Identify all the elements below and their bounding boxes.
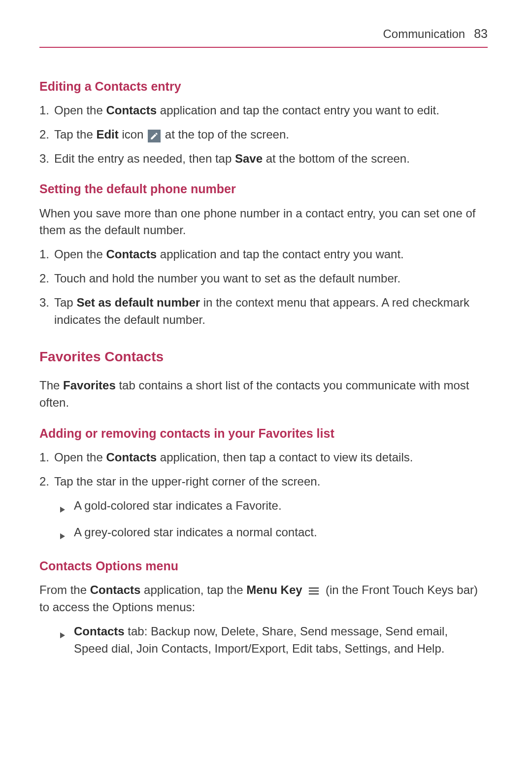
list-number: 3. — [39, 294, 54, 329]
sub-bullet-text: A gold-colored star indicates a Favorite… — [74, 497, 488, 518]
sub-bullet-list: Contacts tab: Backup now, Delete, Share,… — [39, 623, 488, 658]
list-text: Open the Contacts application, then tap … — [54, 449, 488, 466]
page-number: 83 — [474, 25, 488, 42]
sub-bullet-item: Contacts tab: Backup now, Delete, Share,… — [60, 623, 488, 658]
menu-key-icon — [307, 586, 320, 596]
sub-bullet-item: A gold-colored star indicates a Favorite… — [60, 497, 488, 518]
list-number: 2. — [39, 473, 54, 490]
list-number: 1. — [39, 102, 54, 119]
list-text: Edit the entry as needed, then tap Save … — [54, 150, 488, 168]
list-item: 2. Tap the star in the upper-right corne… — [39, 473, 488, 490]
header-title: Communication — [383, 26, 465, 43]
sub-bullet-list: A gold-colored star indicates a Favorite… — [39, 497, 488, 545]
intro-paragraph: When you save more than one phone number… — [39, 205, 488, 240]
intro-paragraph: From the Contacts application, tap the M… — [39, 582, 488, 616]
numbered-list: 1. Open the Contacts application and tap… — [39, 102, 488, 167]
triangle-bullet-icon — [60, 524, 74, 544]
list-text: Tap the star in the upper-right corner o… — [54, 473, 488, 490]
list-text: Open the Contacts application and tap th… — [54, 102, 488, 119]
triangle-bullet-icon — [60, 497, 74, 518]
intro-paragraph: The Favorites tab contains a short list … — [39, 377, 488, 412]
section-default-number: Setting the default phone number When yo… — [39, 180, 488, 328]
list-text: Open the Contacts application and tap th… — [54, 246, 488, 263]
sub-bullet-item: A grey-colored star indicates a normal c… — [60, 524, 488, 544]
sub-bullet-text: A grey-colored star indicates a normal c… — [74, 524, 488, 544]
triangle-bullet-icon — [60, 623, 74, 658]
svg-rect-0 — [309, 588, 319, 589]
list-item: 1. Open the Contacts application and tap… — [39, 102, 488, 119]
list-item: 3. Edit the entry as needed, then tap Sa… — [39, 150, 488, 168]
sub-bullet-text: Contacts tab: Backup now, Delete, Share,… — [74, 623, 488, 658]
list-number: 2. — [39, 270, 54, 287]
list-text: Tap the Edit icon at the top of the scre… — [54, 126, 488, 143]
section-add-remove-favorites: Adding or removing contacts in your Favo… — [39, 424, 488, 544]
section-editing-contacts: Editing a Contacts entry 1. Open the Con… — [39, 77, 488, 168]
edit-icon — [148, 130, 161, 142]
list-item: 2. Tap the Edit icon at the top of the s… — [39, 126, 488, 143]
section-options-menu: Contacts Options menu From the Contacts … — [39, 557, 488, 657]
list-text: Touch and hold the number you want to se… — [54, 270, 488, 287]
list-number: 3. — [39, 150, 54, 168]
list-number: 1. — [39, 449, 54, 466]
list-item: 1. Open the Contacts application and tap… — [39, 246, 488, 263]
numbered-list: 1. Open the Contacts application, then t… — [39, 449, 488, 490]
sub-heading: Contacts Options menu — [39, 557, 488, 575]
list-number: 2. — [39, 126, 54, 143]
svg-rect-2 — [309, 593, 319, 595]
numbered-list: 1. Open the Contacts application and tap… — [39, 246, 488, 328]
manual-page: Communication 83 Editing a Contacts entr… — [0, 0, 532, 658]
section-favorites: Favorites Contacts The Favorites tab con… — [39, 347, 488, 411]
svg-rect-1 — [309, 591, 319, 592]
main-heading: Favorites Contacts — [39, 347, 488, 367]
sub-heading: Setting the default phone number — [39, 180, 488, 198]
list-item: 2. Touch and hold the number you want to… — [39, 270, 488, 287]
page-header: Communication 83 — [39, 25, 488, 48]
list-number: 1. — [39, 246, 54, 263]
sub-heading: Adding or removing contacts in your Favo… — [39, 424, 488, 442]
list-item: 3. Tap Set as default number in the cont… — [39, 294, 488, 329]
list-text: Tap Set as default number in the context… — [54, 294, 488, 329]
list-item: 1. Open the Contacts application, then t… — [39, 449, 488, 466]
sub-heading: Editing a Contacts entry — [39, 77, 488, 95]
